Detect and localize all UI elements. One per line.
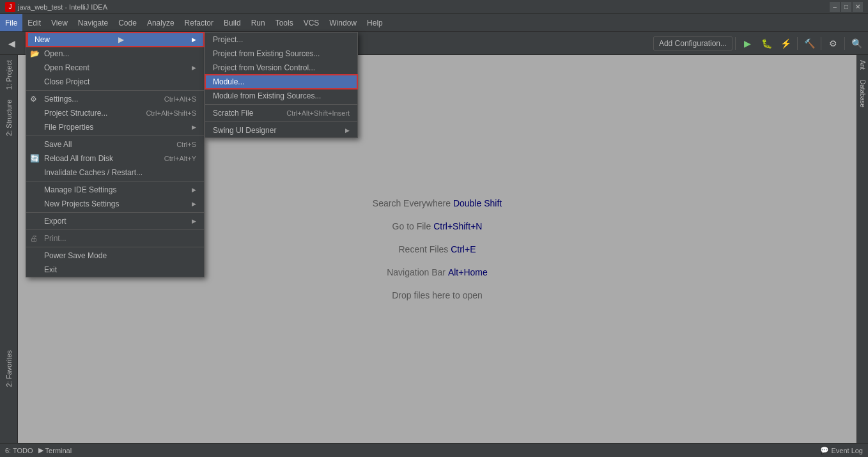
file-menu-manage-ide[interactable]: Manage IDE Settings xyxy=(26,183,204,197)
hint-search-everywhere: Search Everywhere Double Shift xyxy=(373,198,502,208)
minimize-button[interactable]: – xyxy=(830,2,840,12)
shortcut-nav-bar: Alt+Home xyxy=(448,267,488,277)
open-icon: 📂 xyxy=(30,49,40,58)
settings-button[interactable]: ⚙ xyxy=(824,35,842,52)
status-bar: 6: TODO ▶ Terminal 💬 Event Log xyxy=(0,443,868,457)
sep2 xyxy=(26,136,204,136)
menu-window[interactable]: Window xyxy=(324,14,362,31)
file-menu-close-project[interactable]: Close Project xyxy=(26,75,204,89)
new-submenu-swing[interactable]: Swing UI Designer xyxy=(205,123,357,137)
new-submenu-project-existing[interactable]: Project from Existing Sources... xyxy=(205,47,357,61)
sidebar-tab-database[interactable]: Database xyxy=(858,75,867,112)
new-submenu-project[interactable]: Project... xyxy=(205,33,357,47)
shortcut-goto-file: Ctrl+Shift+N xyxy=(433,221,482,231)
hint-goto-file: Go to File Ctrl+Shift+N xyxy=(392,221,483,231)
file-menu-exit[interactable]: Exit xyxy=(26,263,204,277)
file-menu-settings[interactable]: ⚙ Settings... Ctrl+Alt+S xyxy=(26,92,204,106)
settings-icon: ⚙ xyxy=(30,95,37,104)
hint-navigation-bar: Navigation Bar Alt+Home xyxy=(387,267,488,277)
new-submenu-dropdown: Project... Project from Existing Sources… xyxy=(205,32,358,138)
sep1 xyxy=(26,90,204,91)
sep4 xyxy=(26,212,204,213)
sidebar-tab-structure[interactable]: 2: Structure xyxy=(3,95,15,141)
title-bar: J java_web_test - IntelliJ IDEA – □ ✕ xyxy=(0,0,868,14)
file-menu-reload[interactable]: 🔄 Reload All from Disk Ctrl+Alt+Y xyxy=(26,151,204,166)
file-menu-new[interactable]: New ▶ xyxy=(26,33,204,47)
status-terminal[interactable]: ▶ Terminal xyxy=(38,446,72,454)
file-menu-open[interactable]: 📂 Open... xyxy=(26,47,204,61)
file-menu-project-structure[interactable]: Project Structure... Ctrl+Alt+Shift+S xyxy=(26,106,204,120)
file-menu-export[interactable]: Export xyxy=(26,214,204,228)
menu-vcs[interactable]: VCS xyxy=(298,14,325,31)
status-todo[interactable]: 6: TODO xyxy=(5,447,33,454)
menu-run[interactable]: Run xyxy=(246,14,270,31)
debug-button[interactable]: 🐛 xyxy=(757,35,775,52)
shortcut-search: Double Shift xyxy=(453,198,502,208)
file-menu-print[interactable]: 🖨 Print... xyxy=(26,231,204,245)
shortcut-recent-files: Ctrl+E xyxy=(451,244,476,254)
search-button[interactable]: 🔍 xyxy=(848,35,865,52)
new-submenu-module[interactable]: Module... xyxy=(205,75,357,89)
menu-view[interactable]: View xyxy=(46,14,73,31)
toolbar-sep-2 xyxy=(735,37,736,50)
file-menu-new-projects-settings[interactable]: New Projects Settings xyxy=(26,197,204,211)
nav-back-button[interactable]: ◀ xyxy=(3,35,20,52)
hint-recent-files: Recent Files Ctrl+E xyxy=(399,244,476,254)
file-menu-open-recent[interactable]: Open Recent xyxy=(26,61,204,75)
coverage-button[interactable]: ⚡ xyxy=(777,35,794,52)
title-bar-left: J java_web_test - IntelliJ IDEA xyxy=(5,2,107,12)
sidebar-tab-project[interactable]: 1: Project xyxy=(3,55,15,95)
event-log-icon: 💬 xyxy=(820,446,829,454)
file-menu-file-properties[interactable]: File Properties xyxy=(26,120,204,134)
terminal-icon: ▶ xyxy=(38,446,43,454)
sep5 xyxy=(26,229,204,230)
left-sidebar: 1: Project 2: Structure 2: Favorites xyxy=(0,55,18,443)
menu-edit[interactable]: Edit xyxy=(22,14,46,31)
reload-icon: 🔄 xyxy=(30,154,40,163)
status-event-log[interactable]: 💬 Event Log xyxy=(820,446,863,454)
menu-navigate[interactable]: Navigate xyxy=(73,14,113,31)
new-sep1 xyxy=(205,104,357,105)
menu-code[interactable]: Code xyxy=(113,14,142,31)
title-bar-title: java_web_test - IntelliJ IDEA xyxy=(18,3,107,11)
sidebar-tab-favorites[interactable]: 2: Favorites xyxy=(3,345,15,392)
print-icon: 🖨 xyxy=(30,234,38,243)
menu-tools[interactable]: Tools xyxy=(270,14,298,31)
new-submenu-arrow: ▶ xyxy=(118,35,124,44)
hint-drop-files: Drop files here to open xyxy=(392,290,483,300)
file-menu-save-all[interactable]: Save All Ctrl+S xyxy=(26,137,204,151)
menu-analyze[interactable]: Analyze xyxy=(142,14,180,31)
file-menu-dropdown: New ▶ 📂 Open... Open Recent Close Projec… xyxy=(26,32,205,277)
right-sidebar: Ant Database xyxy=(856,55,868,443)
toolbar-sep-5 xyxy=(844,37,845,50)
toolbar-sep-3 xyxy=(797,37,798,50)
new-sep2 xyxy=(205,121,357,122)
file-menu-power-save[interactable]: Power Save Mode xyxy=(26,249,204,263)
run-button[interactable]: ▶ xyxy=(738,35,756,52)
menu-build[interactable]: Build xyxy=(219,14,246,31)
add-configuration-button[interactable]: Add Configuration... xyxy=(653,36,732,50)
sep3 xyxy=(26,181,204,182)
menu-help[interactable]: Help xyxy=(362,14,388,31)
menu-refactor[interactable]: Refactor xyxy=(180,14,219,31)
toolbar-sep-4 xyxy=(821,37,821,50)
close-button[interactable]: ✕ xyxy=(853,2,863,12)
maximize-button[interactable]: □ xyxy=(841,2,851,12)
new-submenu-module-existing[interactable]: Module from Existing Sources... xyxy=(205,89,357,103)
sep6 xyxy=(26,247,204,247)
sidebar-tab-ant[interactable]: Ant xyxy=(858,55,867,75)
new-label: New xyxy=(35,35,50,44)
menu-bar: File Edit View Navigate Code Analyze Ref… xyxy=(0,14,868,32)
build-button[interactable]: 🔨 xyxy=(800,35,818,52)
menu-file[interactable]: File xyxy=(0,14,22,31)
new-submenu-scratch[interactable]: Scratch File Ctrl+Alt+Shift+Insert xyxy=(205,106,357,120)
file-menu-invalidate[interactable]: Invalidate Caches / Restart... xyxy=(26,166,204,180)
new-submenu-project-vcs[interactable]: Project from Version Control... xyxy=(205,61,357,75)
title-bar-controls: – □ ✕ xyxy=(830,2,863,12)
